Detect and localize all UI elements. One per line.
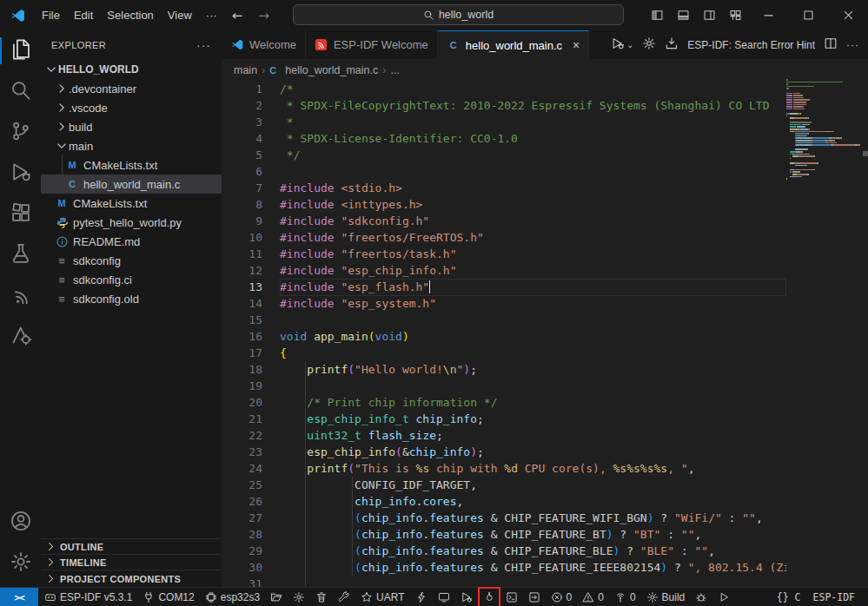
minimap-line — [786, 99, 863, 101]
breadcrumb-item-1[interactable]: main — [234, 64, 257, 76]
menu-file[interactable]: File — [35, 9, 67, 22]
arrow-into-box-icon — [528, 591, 540, 603]
split-editor-icon[interactable] — [824, 36, 838, 53]
nav-back-icon[interactable]: ← — [224, 8, 251, 23]
status-full-clean[interactable] — [311, 588, 332, 606]
tree-item-pytest-hello-world-py[interactable]: pytest_hello_world.py — [41, 213, 222, 232]
tree-item-hello-world[interactable]: HELLO_WORLD — [41, 60, 222, 79]
maximize-icon[interactable] — [788, 0, 828, 30]
tree-item-cmakelists-txt[interactable]: MCMakeLists.txt — [41, 155, 222, 175]
tab-espidf-welcome[interactable]: ESP-IDF Welcome — [306, 30, 438, 59]
line-text: CONFIG_IDF_TARGET, — [262, 477, 477, 493]
minimap-line — [786, 147, 863, 148]
code-line-25: 25 CONFIG_IDF_TARGET, — [222, 477, 786, 493]
status-espidf-extension[interactable]: ESP-IDF — [809, 588, 859, 606]
status-debug-device[interactable] — [456, 588, 477, 606]
tree-item--vscode[interactable]: .vscode — [41, 98, 222, 117]
tree-item--devcontainer[interactable]: .devcontainer — [41, 79, 222, 98]
status-custom-task[interactable] — [334, 588, 354, 606]
status-espidf-terminal[interactable] — [501, 588, 522, 606]
nav-forward-icon[interactable]: → — [250, 8, 277, 23]
section-outline[interactable]: OUTLINE — [41, 538, 222, 555]
activity-testing[interactable] — [0, 234, 41, 275]
status-remote-indicator[interactable]: >< — [0, 588, 38, 606]
command-center-search[interactable]: hello_world — [293, 4, 624, 25]
menu-view[interactable]: View — [161, 9, 199, 22]
tree-item-build[interactable]: build — [41, 117, 222, 136]
tree-item-sdkconfig[interactable]: ≡sdkconfig — [41, 251, 222, 270]
tree-item-sdkconfig-ci[interactable]: ≡sdkconfig.ci — [41, 270, 222, 289]
activity-esp-tools[interactable] — [0, 316, 41, 357]
section-project-components[interactable]: PROJECT COMPONENTS — [41, 570, 222, 587]
status-problems-errors[interactable]: 0 — [547, 588, 577, 606]
minimap-line — [786, 171, 863, 173]
status-sdk-config-editor[interactable] — [288, 588, 309, 606]
split-editor-icon — [824, 36, 838, 53]
minimap-line — [786, 151, 863, 153]
search-error-hint-button[interactable]: ESP-IDF: Search Error Hint — [687, 39, 815, 51]
status-build-task[interactable]: Build — [642, 588, 690, 606]
activity-extensions[interactable] — [0, 194, 41, 234]
vscode-icon — [230, 38, 244, 52]
status-problems-warnings[interactable]: 0 — [578, 588, 608, 606]
status-project-folder[interactable] — [266, 588, 287, 606]
tree-item-label: sdkconfig.ci — [73, 273, 132, 287]
status-flash-device[interactable] — [411, 588, 432, 606]
activity-search[interactable] — [0, 71, 41, 112]
activity-source-control[interactable] — [0, 112, 41, 153]
menu-selection[interactable]: Selection — [100, 9, 160, 22]
minimize-icon[interactable] — [748, 0, 788, 30]
activity-explorer[interactable] — [0, 30, 41, 71]
more-actions-icon[interactable]: ··· — [846, 39, 859, 51]
explorer-more-actions[interactable]: ··· — [196, 38, 211, 52]
breadcrumb-item-2[interactable]: Chello_world_main.c — [269, 64, 378, 76]
activity-run-and-debug[interactable] — [0, 153, 41, 194]
tree-item-label: pytest_hello_world.py — [73, 216, 182, 229]
tab-close-icon[interactable]: × — [573, 38, 580, 52]
status-ports-forwarded[interactable]: 0 — [610, 588, 640, 606]
status-language-mode[interactable]: {} C — [772, 588, 805, 606]
breadcrumb-item-3[interactable]: ... — [390, 64, 399, 76]
menu-edit[interactable]: Edit — [67, 9, 100, 22]
line-number: 4 — [222, 130, 262, 147]
status-device-target[interactable]: esp32s3 — [201, 588, 264, 606]
minimap[interactable] — [786, 79, 863, 587]
status-debug-status[interactable] — [691, 588, 712, 606]
line-text — [262, 576, 280, 587]
close-win-icon[interactable] — [828, 0, 868, 30]
tree-item-main[interactable]: main — [41, 136, 222, 155]
run-or-debug-icon[interactable]: ⌄ — [611, 36, 633, 53]
minimap-line — [786, 124, 863, 126]
code-editor[interactable]: 1/*2 * SPDX-FileCopyrightText: 2010-2022… — [222, 81, 786, 587]
status-espidf-version[interactable]: ESP-IDF v5.3.1 — [40, 588, 136, 606]
layout-panel-icon[interactable] — [670, 0, 696, 30]
minimap-line — [786, 83, 863, 85]
layout-grid-icon[interactable] — [722, 0, 748, 30]
run-settings-icon[interactable] — [642, 36, 656, 53]
status-serial-port[interactable]: COM12 — [138, 588, 198, 606]
code-line-14: 14#include "esp_system.h" — [222, 295, 786, 312]
tree-item-readme-md[interactable]: README.md — [41, 232, 222, 251]
tab-welcome[interactable]: Welcome — [222, 30, 306, 59]
tree-item-cmakelists-txt[interactable]: MCMakeLists.txt — [41, 194, 222, 213]
status-execute-custom-task[interactable] — [524, 588, 545, 606]
tree-item-sdkconfig-old[interactable]: ≡sdkconfig.old — [41, 289, 222, 308]
activity-espressif-idf[interactable] — [0, 275, 41, 316]
idf-download-icon[interactable] — [665, 36, 679, 53]
status-build-flash-monitor[interactable] — [479, 588, 500, 606]
minimap-line — [786, 109, 863, 110]
tree-item-hello-world-main-c[interactable]: Chello_world_main.c — [41, 175, 222, 194]
status-launch[interactable] — [713, 588, 734, 606]
menu-more[interactable]: ··· — [199, 0, 224, 30]
activity-manage[interactable] — [0, 543, 41, 583]
layout-left-icon[interactable] — [644, 0, 670, 30]
status-monitor-device[interactable] — [434, 588, 454, 606]
chevron-right-icon — [44, 572, 58, 586]
activity-accounts[interactable] — [0, 502, 41, 543]
status-label: esp32s3 — [221, 591, 260, 603]
tab-hello-world-main[interactable]: Chello_world_main.c× — [438, 30, 589, 59]
status-flash-method[interactable]: UART — [356, 588, 408, 606]
layout-right-icon[interactable] — [696, 0, 722, 30]
line-text: #include <stdio.h> — [262, 180, 402, 196]
section-timeline[interactable]: TIMELINE — [41, 554, 222, 570]
